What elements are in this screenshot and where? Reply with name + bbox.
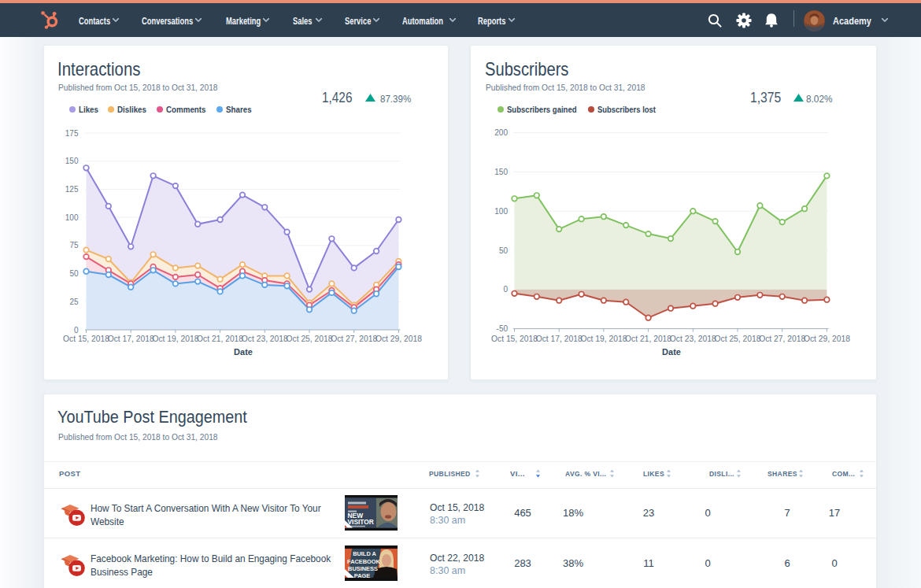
svg-text:Oct 21, 2018: Oct 21, 2018 bbox=[625, 335, 671, 343]
svg-text:-50: -50 bbox=[497, 324, 509, 333]
svg-text:Oct 23, 2018: Oct 23, 2018 bbox=[242, 335, 288, 343]
svg-text:150: 150 bbox=[65, 157, 79, 165]
svg-text:Oct 29, 2018: Oct 29, 2018 bbox=[375, 335, 422, 343]
svg-text:50: 50 bbox=[69, 269, 79, 278]
svg-text:BUILD A: BUILD A bbox=[353, 550, 376, 557]
svg-text:Oct 25, 2018: Oct 25, 2018 bbox=[715, 335, 761, 343]
svg-text:0: 0 bbox=[74, 326, 79, 335]
svg-text:Oct 21, 2018: Oct 21, 2018 bbox=[197, 335, 243, 343]
svg-text:50: 50 bbox=[499, 246, 509, 255]
svg-text:0: 0 bbox=[503, 285, 508, 294]
svg-text:Oct 15, 2018: Oct 15, 2018 bbox=[63, 335, 109, 343]
svg-text:FACEBOOK: FACEBOOK bbox=[347, 558, 381, 565]
svg-text:Oct 17, 2018: Oct 17, 2018 bbox=[108, 335, 154, 343]
svg-text:100: 100 bbox=[65, 213, 79, 222]
svg-text:Oct 17, 2018: Oct 17, 2018 bbox=[536, 335, 583, 343]
svg-text:25: 25 bbox=[69, 298, 79, 306]
svg-text:Oct 27, 2018: Oct 27, 2018 bbox=[331, 335, 377, 343]
svg-text:Oct 19, 2018: Oct 19, 2018 bbox=[152, 335, 198, 343]
svg-text:Oct 15, 2018: Oct 15, 2018 bbox=[491, 335, 538, 343]
svg-text:Oct 23, 2018: Oct 23, 2018 bbox=[670, 335, 716, 343]
svg-text:Date: Date bbox=[234, 347, 253, 357]
svg-text:VISITOR: VISITOR bbox=[348, 518, 374, 526]
svg-text:75: 75 bbox=[69, 241, 79, 250]
svg-text:Oct 25, 2018: Oct 25, 2018 bbox=[287, 335, 333, 343]
svg-text:100: 100 bbox=[494, 207, 508, 216]
svg-text:150: 150 bbox=[494, 168, 508, 176]
svg-text:200: 200 bbox=[494, 128, 508, 137]
svg-text:Oct 19, 2018: Oct 19, 2018 bbox=[580, 335, 627, 343]
svg-text:Oct 29, 2018: Oct 29, 2018 bbox=[804, 335, 850, 343]
svg-text:Oct 27, 2018: Oct 27, 2018 bbox=[759, 335, 805, 343]
svg-text:175: 175 bbox=[65, 129, 79, 138]
svg-text:125: 125 bbox=[65, 185, 79, 194]
svg-text:PAGE: PAGE bbox=[354, 572, 370, 579]
svg-text:Date: Date bbox=[662, 347, 681, 357]
